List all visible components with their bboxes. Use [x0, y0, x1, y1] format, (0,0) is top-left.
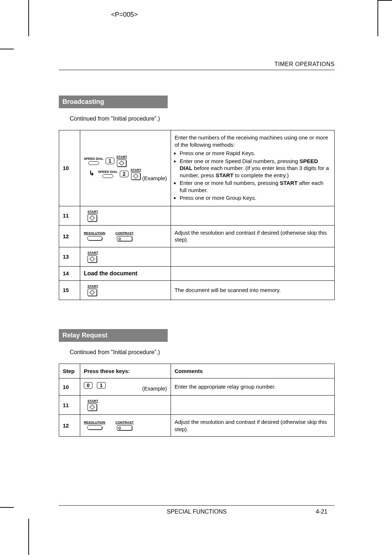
diamond-icon — [133, 174, 138, 179]
list-item: Press one or more Rapid Keys. — [180, 150, 331, 157]
step-number: 10 — [59, 378, 80, 396]
bold-text: START — [216, 172, 233, 178]
comments-cell: Adjust the resolution and contrast if de… — [171, 415, 335, 437]
bold-text: START — [280, 180, 298, 186]
keys-cell: START — [80, 396, 171, 415]
diamond-icon — [90, 289, 95, 295]
continued-note: Continued from "Initial procedure".) — [70, 116, 335, 122]
step-number: 11 — [59, 206, 80, 225]
diamond-icon — [90, 405, 95, 410]
page-footer: SPECIAL FUNCTIONS 4-21 — [59, 505, 335, 515]
step-number: 11 — [59, 396, 80, 415]
header-rule — [59, 70, 335, 70]
digit-key: 0 — [84, 382, 93, 389]
crop-mark — [28, 0, 29, 36]
start-key-icon — [87, 214, 97, 222]
start-label: START — [87, 251, 98, 255]
step-number: 14 — [59, 266, 80, 280]
step-number: 12 — [59, 225, 80, 247]
table-row: 10 SPEED DIAL 1 START — [59, 130, 335, 206]
step-number: 12 — [59, 415, 80, 437]
start-label: START — [131, 168, 141, 172]
keys-cell: RESOLUTION CONTRAST Q — [80, 415, 171, 437]
broadcasting-steps-table: 10 SPEED DIAL 1 START — [59, 130, 335, 300]
section-heading-relay: Relay Request — [59, 329, 168, 342]
page-code: <P=005> — [111, 11, 138, 19]
header-step: Step — [59, 364, 80, 378]
section-heading-broadcasting: Broadcasting — [59, 96, 168, 108]
diamond-icon — [90, 256, 95, 261]
speed-dial-key-icon — [88, 161, 99, 165]
crop-mark — [0, 507, 14, 508]
start-label: START — [87, 210, 98, 214]
keys-cell: START — [80, 206, 171, 225]
table-row: 12 RESOLUTION CONTRAST Q Adjust the reso… — [59, 225, 335, 247]
example-label: (Example) — [142, 175, 167, 181]
contrast-key-icon: Q — [117, 236, 132, 241]
text: Enter one or more Speed Dial numbers, pr… — [180, 158, 299, 164]
elbow-connector-icon: ↳ — [89, 171, 94, 175]
comments-cell: The document will be scanned into memory… — [171, 280, 335, 300]
digit-key: 2 — [120, 171, 128, 177]
digit-key: 1 — [106, 158, 114, 164]
crop-mark — [28, 519, 29, 555]
speed-dial-label: SPEED DIAL — [84, 157, 103, 161]
step-number: 10 — [59, 130, 80, 206]
crop-mark — [378, 0, 392, 1]
continued-note: Continued from "Initial procedure".) — [70, 349, 335, 356]
diamond-icon — [119, 161, 124, 166]
crop-mark — [0, 49, 14, 49]
start-label: START — [117, 155, 127, 159]
start-key-icon — [87, 404, 97, 411]
contrast-key-icon: Q — [117, 425, 132, 430]
contrast-label: CONTRAST — [115, 231, 134, 235]
keys-cell: Load the document — [80, 266, 171, 280]
table-row: 11 START — [59, 206, 335, 225]
start-key-icon — [131, 173, 140, 180]
q-label: Q — [118, 426, 121, 430]
load-document-text: Load the document — [84, 270, 138, 276]
table-row: 13 START — [59, 247, 335, 266]
comments-cell — [171, 396, 335, 415]
keys-cell: RESOLUTION CONTRAST Q — [80, 225, 171, 247]
keys-cell: SPEED DIAL 1 START ↳ — [80, 130, 171, 206]
q-label: Q — [118, 237, 121, 240]
start-label: START — [87, 399, 98, 403]
contrast-label: CONTRAST — [115, 421, 134, 424]
table-row: 10 0 1 (Example) Enter the appropriate r… — [59, 378, 335, 396]
keys-cell: 0 1 (Example) — [80, 378, 171, 396]
step-number: 15 — [59, 280, 80, 300]
footer-page-number: 4-21 — [316, 509, 327, 515]
diamond-icon — [90, 215, 95, 220]
digit-key: 1 — [97, 382, 106, 389]
relay-steps-table: Step Press these keys: Comments 10 0 1 (… — [59, 364, 335, 437]
text: Enter one or more full numbers, pressing — [180, 180, 280, 186]
keys-cell: START — [80, 280, 171, 300]
start-key-icon — [117, 159, 126, 167]
text: to complete the entry.) — [233, 172, 289, 178]
comment-intro: Enter the numbers of the receiving machi… — [175, 134, 328, 148]
step-number: 13 — [59, 247, 80, 266]
footer-section: SPECIAL FUNCTIONS — [167, 509, 227, 515]
comments-cell — [171, 247, 335, 266]
speed-dial-key-icon — [102, 174, 113, 178]
table-row: 11 START — [59, 396, 335, 415]
table-row: 14 Load the document — [59, 266, 335, 280]
resolution-key-icon — [87, 236, 102, 240]
header-comments: Comments — [171, 364, 335, 378]
comments-cell — [171, 206, 335, 225]
table-header-row: Step Press these keys: Comments — [59, 364, 335, 378]
comments-cell — [171, 266, 335, 280]
resolution-key-icon — [87, 425, 102, 430]
resolution-label: RESOLUTION — [84, 421, 105, 424]
table-row: 15 START The document will be scanned in… — [59, 280, 335, 300]
start-key-icon — [87, 289, 97, 296]
table-row: 12 RESOLUTION CONTRAST Q Adjust the reso… — [59, 415, 335, 437]
running-header: TIMER OPERATIONS — [59, 61, 335, 68]
list-item: Enter one or more full numbers, pressing… — [180, 179, 331, 194]
header-keys: Press these keys: — [80, 364, 171, 378]
example-label: (Example) — [142, 385, 167, 392]
list-item: Press one or more Group Keys. — [180, 194, 331, 202]
start-key-icon — [87, 255, 97, 263]
comments-cell: Enter the numbers of the receiving machi… — [171, 130, 335, 206]
